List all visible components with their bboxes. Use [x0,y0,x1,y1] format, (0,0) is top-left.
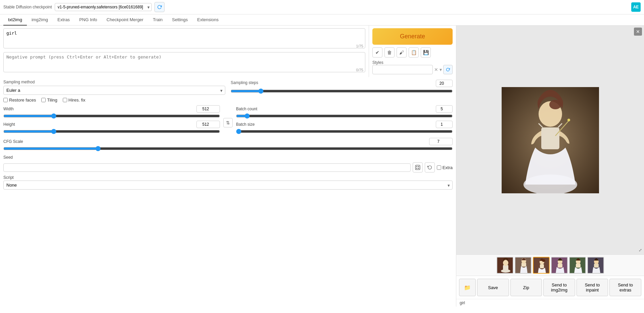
restore-faces-input[interactable] [3,98,8,102]
top-section: girl 1/75 0/75 Generate ✔ 🗑 🖌 📋 💾 [0,26,456,77]
controls-section: Sampling method Euler a Sampling steps 2… [0,77,456,195]
seed-dice-btn[interactable] [413,162,423,172]
svg-point-1 [416,166,417,167]
tiling-input[interactable] [41,98,46,102]
tab-settings[interactable]: Settings [167,14,192,26]
checkpoint-select[interactable]: v1-5-pruned-emaonly.safetensors [6ce0161… [55,3,152,11]
zip-btn[interactable]: Zip [510,279,542,296]
generate-button[interactable]: Generate [372,28,453,45]
clipboard-btn[interactable]: 📋 [409,47,419,57]
batch-size-input[interactable]: 1 [436,121,453,128]
width-slider[interactable] [3,113,220,119]
folder-btn[interactable]: 📁 [459,279,476,296]
checkpoint-label: Stable Diffusion checkpoint [3,5,52,9]
trash-btn[interactable]: 🗑 [384,47,395,57]
batch-size-slider[interactable] [236,129,453,134]
svg-rect-0 [415,165,420,169]
seed-input[interactable]: -1 [3,163,411,172]
batch-count-input[interactable]: 5 [436,105,453,113]
tab-pnginfo[interactable]: PNG Info [75,14,102,26]
send-img2img-btn[interactable]: Send to img2img [543,279,575,296]
svg-point-4 [418,168,419,169]
batch-count-label: Batch count [236,107,257,111]
sampling-method-select[interactable]: Euler a [3,86,225,95]
svg-point-11 [549,100,561,109]
batch-col: Batch count 5 Batch size 1 [236,105,453,135]
sampling-steps-input[interactable]: 20 [436,80,453,87]
checkpoint-refresh-btn[interactable] [154,2,165,12]
send-inpaint-btn[interactable]: Send to inpaint [577,279,608,296]
positive-prompt-input[interactable]: girl [3,28,365,48]
height-input[interactable]: 512 [196,121,220,128]
tab-img2img[interactable]: img2img [27,14,53,26]
cfg-slider[interactable] [3,146,453,151]
styles-row: ✕ ▾ [372,65,453,74]
thumbnail-1[interactable] [497,257,513,274]
height-slider[interactable] [3,129,220,134]
thumbnail-6[interactable] [587,257,604,274]
dims-batch-row: Width 512 Height 512 ⇅ Batch count [3,105,453,135]
hires-fix-checkbox[interactable]: Hires. fix [63,97,86,103]
sampling-row: Sampling method Euler a Sampling steps 2… [3,80,453,95]
script-select[interactable]: None [3,181,453,190]
tiling-checkbox[interactable]: Tiling [41,97,57,103]
cfg-input[interactable]: 7 [429,138,453,145]
restore-faces-label: Restore faces [9,97,36,103]
negative-prompt-input[interactable] [3,52,365,72]
hires-fix-input[interactable] [63,98,67,102]
positive-prompt-area: girl 1/75 [3,28,365,49]
svg-rect-22 [540,264,544,268]
svg-point-13 [567,119,570,121]
tab-txt2img[interactable]: txt2img [3,14,27,26]
cfg-label: CFG Scale [3,139,23,144]
swap-dimensions-btn[interactable]: ⇅ [223,118,233,127]
save-btn[interactable]: Save [477,279,509,296]
tab-checkpoint-merger[interactable]: Checkpoint Merger [102,14,148,26]
save-style-btn[interactable]: 💾 [421,47,431,57]
thumbnails-row [456,255,644,276]
script-label: Script [3,175,453,180]
checkmark-btn[interactable]: ✔ [372,47,382,57]
caption-row: girl [456,299,644,307]
negative-token-count: 0/75 [356,68,363,72]
extra-checkbox-input[interactable] [437,165,441,170]
dims-col: Width 512 Height 512 [3,105,220,135]
styles-refresh-btn[interactable] [443,65,453,74]
thumbnail-2[interactable] [515,257,532,274]
svg-point-24 [542,259,545,262]
tiling-label: Tiling [47,97,57,103]
tab-extensions[interactable]: Extensions [192,14,223,26]
width-input[interactable]: 512 [196,105,220,113]
height-label: Height [3,122,15,127]
thumbnail-5[interactable] [569,257,586,274]
close-image-btn[interactable]: ✕ [634,28,642,36]
restore-faces-checkbox[interactable]: Restore faces [3,97,36,103]
seed-recycle-btn[interactable] [425,162,435,172]
right-panel: ✕ [456,26,644,307]
extra-checkbox[interactable]: Extra [437,165,453,170]
hires-fix-label: Hires. fix [68,97,86,103]
styles-clear-btn[interactable]: ✕ [434,67,438,72]
send-extras-btn[interactable]: Send to extras [609,279,641,296]
svg-point-17 [503,260,508,266]
sampling-steps-slider[interactable] [231,88,453,94]
extra-checkbox-label: Extra [443,165,453,170]
tabs-bar: txt2img img2img Extras PNG Info Checkpoi… [0,14,644,26]
tab-train[interactable]: Train [148,14,167,26]
svg-point-2 [418,166,419,167]
expand-icon[interactable]: ⤢ [639,248,642,252]
styles-input[interactable] [372,65,433,74]
main-content: girl 1/75 0/75 Generate ✔ 🗑 🖌 📋 💾 [0,26,644,307]
thumbnail-3[interactable] [533,257,550,274]
batch-count-slider[interactable] [236,113,453,119]
bottom-buttons: 📁 Save Zip Send to img2img Send to inpai… [456,276,644,299]
tab-extras[interactable]: Extras [53,14,75,26]
image-area: ✕ [456,26,644,255]
width-label: Width [3,107,14,111]
styles-dropdown-arrow[interactable]: ▾ [440,67,442,72]
script-dropdown-wrapper: None [3,181,453,190]
thumbnail-4[interactable] [551,257,568,274]
negative-prompt-area: 0/75 [3,52,365,73]
style-btn[interactable]: 🖌 [397,47,407,57]
sampling-method-label: Sampling method [3,80,225,84]
